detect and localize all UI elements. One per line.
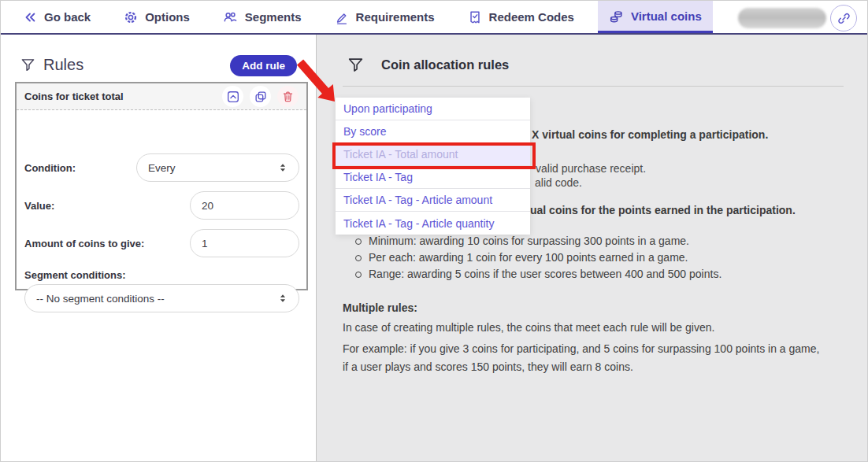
nav-requirements-label: Requirements [356,10,435,24]
header-divider [343,86,844,87]
funnel-icon [20,57,35,72]
receipt-example-fragment: valid purchase receipt. [536,162,646,175]
upon-participating-description-fragment: X virtual coins for completing a partici… [532,128,768,141]
condition-label: Condition: [24,162,76,174]
list-item: Minimum: awarding 10 coins for surpassin… [352,233,721,249]
amount-of-coins-input[interactable]: 1 [190,229,299,257]
rules-title: Rules [43,56,83,74]
by-score-description-fragment: ual coins for the points earned in the p… [530,204,796,216]
delete-rule-button[interactable] [277,86,299,107]
rule-type-dropdown: Upon participating By score Ticket IA - … [336,98,530,235]
rule-card-actions [222,86,299,107]
duplicate-rule-button[interactable] [250,86,271,107]
amount-of-coins-label: Amount of coins to give: [24,238,144,249]
list-item: Range: awarding 5 coins if the user scor… [352,266,721,283]
nav-virtual-coins-label: Virtual coins [631,9,702,23]
chevron-up-square-icon [226,90,240,104]
nav-segments[interactable]: Segments [212,1,313,33]
funnel-icon [347,57,364,73]
list-item: Per each: awarding 1 coin for every 100 … [352,249,721,266]
coin-allocation-title: Coin allocation rules [381,57,509,72]
dropdown-item-ticket-ia-tag[interactable]: Ticket IA - Tag [336,166,530,189]
rule-card-header: Coins for ticket total [17,83,306,110]
trash-icon [281,90,295,103]
share-link-button[interactable] [830,5,857,31]
rules-header: Rules [20,56,83,74]
coins-icon [609,9,624,24]
app-window: Go back Options Segments Requirements Re… [0,0,868,462]
copy-icon [254,90,268,104]
dropdown-item-upon-participating[interactable]: Upon participating [336,98,530,120]
nav-virtual-coins-active-tab[interactable]: Virtual coins [598,1,713,33]
link-icon [837,12,851,25]
code-example-fragment: alid code. [535,176,582,189]
add-rule-button[interactable]: Add rule [230,55,297,76]
segment-conditions-label: Segment conditions: [24,269,126,281]
nav-go-back[interactable]: Go back [12,1,102,33]
coin-allocation-help-panel: Coin allocation rules X virtual coins fo… [317,35,867,461]
nav-redeem-codes-label: Redeem Codes [489,10,574,24]
select-arrows-icon [278,162,287,173]
nav-requirements[interactable]: Requirements [324,1,446,33]
blurred-account-name [738,8,826,28]
multiple-rules-example: For example: if you give 3 coins for par… [343,340,826,376]
nav-redeem-codes[interactable]: Redeem Codes [457,1,585,33]
dropdown-item-ticket-ia-tag-article-amount[interactable]: Ticket IA - Tag - Article amount [336,189,530,212]
nav-options-label: Options [145,10,190,24]
nav-go-back-label: Go back [44,10,91,24]
rule-card: Coins for ticket total [15,82,308,290]
value-input[interactable]: 20 [190,191,299,220]
condition-select-value: Every [148,162,176,174]
chevrons-left-icon [23,10,37,24]
gear-icon [124,10,138,24]
dropdown-item-ticket-ia-tag-article-quantity[interactable]: Ticket IA - Tag - Article quantity [336,212,530,235]
value-input-text: 20 [202,200,213,212]
rules-panel: Rules Add rule Coins for ticket total [1,35,317,461]
segment-conditions-select[interactable]: -- No segment conditions -- [24,284,299,312]
dropdown-item-ticket-ia-total-amount[interactable]: Ticket IA - Total amount [336,143,530,166]
nav-segments-label: Segments [245,10,302,24]
score-examples-list: Minimum: awarding 10 coins for surpassin… [352,233,721,283]
dropdown-item-by-score[interactable]: By score [336,120,530,143]
rule-card-title: Coins for ticket total [24,91,124,102]
top-navigation: Go back Options Segments Requirements Re… [1,1,867,35]
segment-select-value: -- No segment conditions -- [36,293,165,305]
select-arrows-icon [278,293,287,304]
nav-options[interactable]: Options [113,1,201,33]
value-label: Value: [24,200,54,212]
multiple-rules-text: In case of creating multiple rules, the … [343,321,714,334]
collapse-rule-button[interactable] [222,86,243,107]
amount-input-text: 1 [202,238,208,249]
rule-card-body: Condition: Every Value: 20 Amount of coi… [17,110,306,290]
coin-allocation-header: Coin allocation rules [347,57,509,73]
pen-icon [335,10,349,24]
ticket-icon [468,10,482,24]
condition-select[interactable]: Every [136,153,299,182]
people-icon [223,9,238,24]
multiple-rules-title: Multiple rules: [343,301,417,314]
